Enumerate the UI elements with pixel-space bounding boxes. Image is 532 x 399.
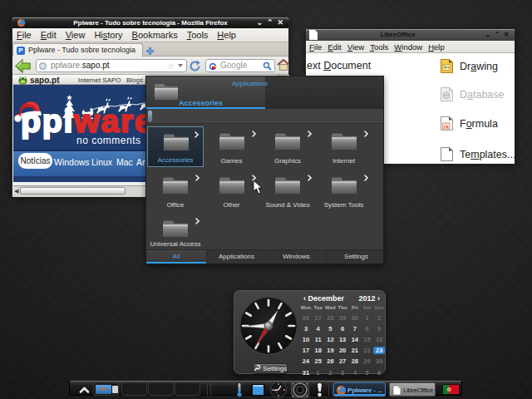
svg-text:√x: √x xyxy=(444,124,450,129)
